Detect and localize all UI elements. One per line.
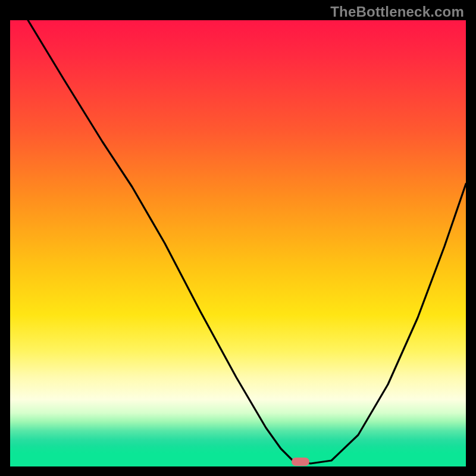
chart-frame: TheBottleneck.com <box>0 0 476 476</box>
baseline-green-band <box>10 453 466 466</box>
minimum-marker <box>292 458 309 466</box>
bottleneck-curve <box>10 20 466 466</box>
watermark-text: TheBottleneck.com <box>330 4 464 20</box>
plot-area <box>10 20 466 466</box>
